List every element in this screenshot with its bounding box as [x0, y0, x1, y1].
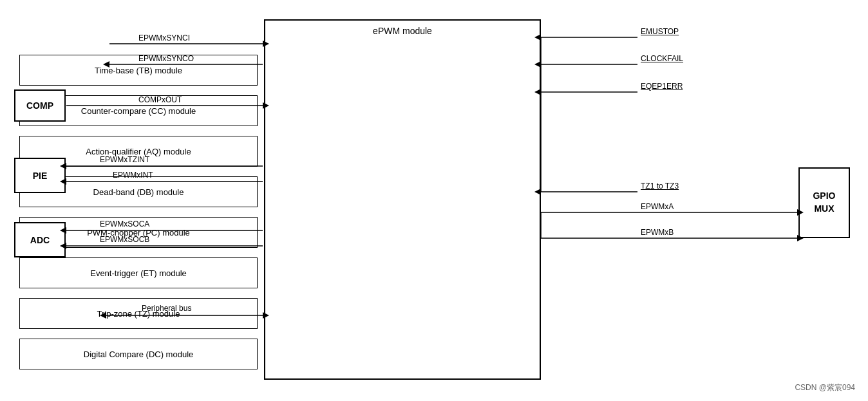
- epwm-module-box: ePWM module: [264, 19, 541, 380]
- signal-peripheral-bus: Peripheral bus: [142, 304, 191, 313]
- signal-epwmxa: EPWMxA: [641, 202, 674, 211]
- signal-epwmsoca: EPWMxSOCA: [100, 219, 149, 228]
- comp-box: COMP: [14, 89, 66, 122]
- pie-box: PIE: [14, 158, 66, 193]
- signal-epwmint: EPWMxINT: [113, 171, 153, 180]
- signal-epwmsocb: EPWMxSOCB: [100, 235, 149, 244]
- signal-epwmtzint: EPWMxTZINT: [100, 155, 149, 164]
- watermark: CSDN @紫宸094: [795, 382, 855, 393]
- tz-module: Trip-zone (TZ) module: [19, 298, 258, 329]
- signal-tz1-tz3: TZ1 to TZ3: [641, 182, 679, 191]
- epwm-title: ePWM module: [265, 26, 540, 36]
- dc-module: Digital Compare (DC) module: [19, 339, 258, 369]
- signal-epwmxsynco: EPWMxSYNCO: [138, 54, 194, 63]
- signal-epwmxsynci: EPWMxSYNCI: [138, 33, 190, 42]
- signal-compxout: COMPxOUT: [138, 95, 182, 104]
- adc-box: ADC: [14, 222, 66, 257]
- signal-eqep1err: EQEP1ERR: [641, 82, 683, 91]
- gpio-mux-box: GPIO MUX: [798, 167, 850, 238]
- signal-emustop: EMUSTOP: [641, 27, 679, 36]
- diagram-container: ePWM module Time-base (TB) module Counte…: [0, 0, 868, 401]
- et-module: Event-trigger (ET) module: [19, 257, 258, 288]
- signal-epwmxb: EPWMxB: [641, 228, 674, 237]
- signal-clockfail: CLOCKFAIL: [641, 54, 683, 63]
